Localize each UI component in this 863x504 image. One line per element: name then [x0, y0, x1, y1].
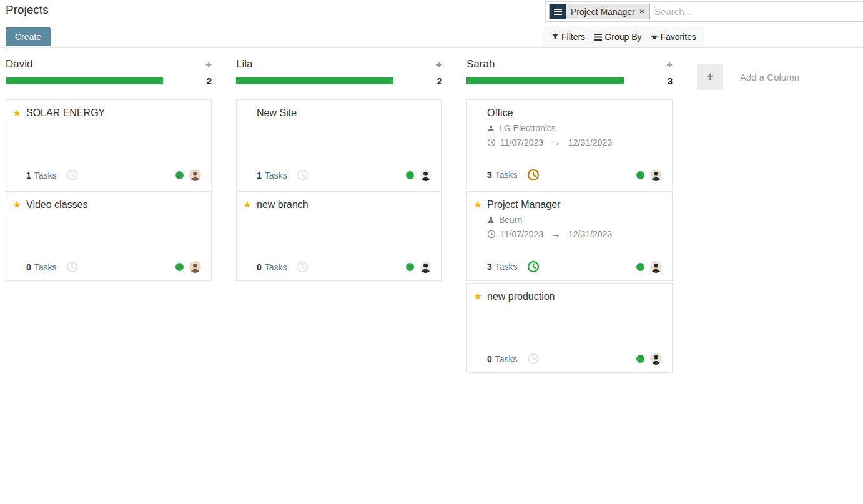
- search-bar[interactable]: Project Manager ✕: [545, 1, 863, 22]
- project-card[interactable]: ★Project ManagerBeurn11/07/2023→12/31/20…: [466, 191, 673, 281]
- project-dates-row: 11/07/2023→12/31/2023: [487, 229, 666, 239]
- project-partner-row: LG Electronics: [487, 123, 666, 133]
- dates-clock-icon: [487, 138, 496, 147]
- project-dates-row: 11/07/2023→12/31/2023: [487, 137, 666, 147]
- tasks-link[interactable]: Tasks: [34, 262, 57, 272]
- column-progress-bar[interactable]: [236, 77, 393, 84]
- tasks-count: 1: [26, 170, 31, 180]
- search-input[interactable]: [650, 6, 863, 17]
- favorite-star-icon[interactable]: ★: [12, 108, 26, 118]
- add-record-plus-icon[interactable]: +: [205, 59, 212, 70]
- project-card-footer: 1Tasks: [12, 169, 205, 181]
- activity-clock-icon[interactable]: [527, 353, 539, 365]
- tasks-link[interactable]: Tasks: [34, 170, 57, 180]
- favorite-star-icon[interactable]: ★: [12, 200, 26, 210]
- activity-clock-icon[interactable]: [527, 169, 540, 181]
- status-dot-icon[interactable]: [175, 263, 184, 271]
- tasks-link[interactable]: Tasks: [265, 170, 287, 180]
- filters-label: Filters: [561, 32, 585, 42]
- user-avatar[interactable]: [189, 169, 201, 181]
- tasks-count: 3: [487, 262, 492, 272]
- kanban-column-title: Lila: [236, 58, 252, 71]
- add-record-plus-icon[interactable]: +: [436, 59, 442, 70]
- project-card-footer: 0Tasks: [243, 261, 435, 273]
- tasks-count: 3: [487, 170, 492, 180]
- user-avatar[interactable]: [650, 261, 662, 273]
- kanban-board: David+2★SOLAR ENERGY1Tasks★Video classes…: [0, 48, 863, 504]
- kanban-column: David+2★SOLAR ENERGY1Tasks★Video classes…: [6, 56, 212, 375]
- tasks-count: 0: [487, 354, 492, 364]
- search-options-row: Filters Group By ★ Favorites: [543, 26, 704, 47]
- user-avatar[interactable]: [650, 353, 662, 365]
- column-progress-row: 3: [466, 77, 673, 84]
- facet-remove-icon[interactable]: ✕: [639, 8, 644, 15]
- status-dot-icon[interactable]: [406, 263, 414, 271]
- column-progress-bar[interactable]: [6, 77, 163, 84]
- column-record-count: 2: [437, 76, 442, 86]
- project-partner-name: Beurn: [499, 215, 522, 225]
- status-dot-icon[interactable]: [406, 171, 414, 179]
- status-dot-icon[interactable]: [636, 171, 644, 179]
- project-card-footer: 3Tasks: [473, 260, 666, 273]
- partner-person-icon: [487, 124, 495, 132]
- favorite-star-icon[interactable]: ★: [473, 200, 487, 210]
- activity-clock-icon[interactable]: [297, 169, 308, 181]
- project-card-title: Video classes: [26, 199, 87, 210]
- status-dot-icon[interactable]: [636, 263, 644, 271]
- status-dot-icon[interactable]: [175, 171, 184, 179]
- filters-button[interactable]: Filters: [551, 32, 585, 42]
- project-card[interactable]: ★new production0Tasks: [466, 283, 673, 373]
- tasks-link[interactable]: Tasks: [495, 354, 518, 364]
- activity-clock-icon[interactable]: [66, 261, 78, 273]
- project-card[interactable]: ★Video classes0Tasks: [6, 191, 212, 281]
- user-avatar[interactable]: [650, 169, 662, 181]
- project-card[interactable]: ★New Site1Tasks: [236, 99, 442, 189]
- favorite-star-icon[interactable]: ★: [473, 292, 487, 302]
- project-card-title: Office: [487, 107, 513, 119]
- user-avatar[interactable]: [420, 261, 432, 273]
- favorite-star-icon[interactable]: ★: [243, 200, 257, 210]
- page-title: Projects: [6, 3, 49, 17]
- filter-funnel-icon: [551, 33, 559, 41]
- kanban-column-title: David: [6, 58, 32, 71]
- tasks-count: 0: [26, 262, 31, 272]
- kanban-column-title: Sarah: [466, 58, 495, 71]
- date-range-arrow-icon: →: [551, 137, 560, 147]
- group-by-button[interactable]: Group By: [594, 32, 641, 42]
- tasks-count: 0: [257, 262, 262, 272]
- kanban-column-header: Lila+: [236, 56, 442, 72]
- favorites-button[interactable]: ★ Favorites: [651, 32, 696, 42]
- control-panel: Projects Create Project Manager ✕ Filter…: [0, 0, 863, 48]
- project-date-start: 11/07/2023: [500, 229, 543, 239]
- create-button[interactable]: Create: [6, 27, 51, 46]
- group-by-icon: [550, 4, 566, 19]
- add-column-label: Add a Column: [740, 72, 799, 82]
- column-progress-row: 2: [6, 77, 212, 84]
- project-card-title-row: ★Video classes: [12, 199, 205, 210]
- project-card-title-row: ★new branch: [243, 199, 435, 210]
- project-card-title-row: ★New Site: [243, 107, 435, 119]
- status-dot-icon[interactable]: [636, 355, 644, 363]
- user-avatar[interactable]: [420, 169, 432, 181]
- activity-clock-icon[interactable]: [66, 169, 78, 181]
- tasks-link[interactable]: Tasks: [495, 262, 518, 272]
- project-date-end: 12/31/2023: [568, 229, 612, 239]
- project-card[interactable]: ★SOLAR ENERGY1Tasks: [6, 99, 212, 189]
- activity-clock-icon[interactable]: [297, 261, 308, 273]
- project-card-title-row: ★Office: [473, 107, 666, 119]
- add-column-plus-button[interactable]: +: [697, 64, 723, 90]
- column-progress-bar[interactable]: [466, 77, 624, 84]
- project-card[interactable]: ★new branch0Tasks: [236, 191, 442, 281]
- user-avatar[interactable]: [189, 261, 201, 273]
- project-card-title-row: ★Project Manager: [473, 199, 666, 210]
- tasks-link[interactable]: Tasks: [495, 170, 518, 180]
- project-card[interactable]: ★OfficeLG Electronics11/07/2023→12/31/20…: [466, 99, 673, 189]
- project-card-footer: 1Tasks: [243, 169, 435, 181]
- activity-clock-icon[interactable]: [527, 260, 540, 273]
- search-facet: Project Manager ✕: [549, 4, 650, 19]
- kanban-column: Sarah+3★OfficeLG Electronics11/07/2023→1…: [466, 56, 673, 375]
- dates-clock-icon: [487, 230, 496, 239]
- tasks-link[interactable]: Tasks: [265, 262, 287, 272]
- kanban-columns: David+2★SOLAR ENERGY1Tasks★Video classes…: [6, 56, 697, 375]
- add-record-plus-icon[interactable]: +: [666, 59, 673, 70]
